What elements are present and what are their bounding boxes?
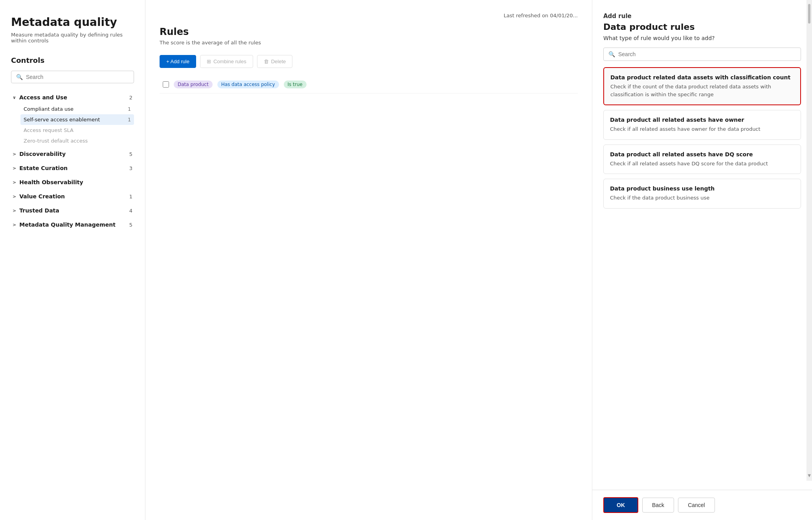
nav-section-access-and-use: ∨Access and Use2Compliant data use1Self-…: [11, 91, 134, 146]
page-title: Metadata quality: [11, 16, 134, 29]
right-panel-content: Add rule Data product rules What type of…: [592, 0, 812, 520]
nav-child-self-serve-access[interactable]: Self-serve access enablement1: [20, 114, 134, 125]
chevron-icon-discoverability: >: [13, 152, 16, 157]
nav-section-metadata-quality: >Metadata Quality Management5: [11, 218, 134, 231]
panel-search-input[interactable]: [618, 51, 796, 57]
nav-section-label-estate-curation: Estate Curation: [19, 165, 68, 171]
tag-has-policy: Has data access policy: [217, 81, 279, 88]
nav-section-label-discoverability: Discoverability: [19, 151, 66, 157]
nav-section-header-estate-curation[interactable]: >Estate Curation3: [11, 162, 134, 174]
scrollbar-track[interactable]: ▼: [806, 0, 812, 481]
nav-section-count-access-and-use: 2: [129, 95, 132, 101]
rule-card-desc-business-use-length: Check if the data product business use: [610, 194, 794, 202]
nav-section-header-discoverability[interactable]: >Discoverability5: [11, 148, 134, 160]
nav-section-count-estate-curation: 3: [129, 165, 132, 171]
table-row[interactable]: Data product Has data access policy Is t…: [160, 76, 578, 93]
chevron-icon-metadata-quality: >: [13, 222, 16, 227]
main-content: Last refreshed on 04/01/20... Rules The …: [145, 0, 592, 520]
page-subtitle: Measure metadata quality by defining rul…: [11, 32, 134, 44]
rules-table: Data product Has data access policy Is t…: [160, 76, 578, 93]
nav-child-label-zero-trust: Zero-trust default access: [24, 138, 88, 144]
nav-child-count-self-serve-access: 1: [128, 117, 131, 123]
rule-card-title-all-related-assets-dq: Data product all related assets have DQ …: [610, 151, 794, 157]
ok-button[interactable]: OK: [603, 497, 638, 513]
controls-search-box[interactable]: 🔍: [11, 71, 134, 83]
rule-card-all-related-assets-dq[interactable]: Data product all related assets have DQ …: [603, 145, 801, 174]
panel-footer: OK Back Cancel: [592, 490, 812, 520]
right-panel: Add rule Data product rules What type of…: [592, 0, 812, 520]
combine-icon: ⊞: [207, 59, 211, 64]
nav-section-count-metadata-quality: 5: [129, 222, 132, 228]
left-panel: Metadata quality Measure metadata qualit…: [0, 0, 145, 520]
rule-card-desc-all-related-assets-owner: Check if all related assets have owner f…: [610, 125, 794, 133]
nav-children-access-and-use: Compliant data use1Self-serve access ena…: [11, 104, 134, 146]
nav-section-header-access-and-use[interactable]: ∨Access and Use2: [11, 91, 134, 104]
rules-toolbar: + Add rule ⊞ Combine rules 🗑 Delete: [160, 55, 578, 68]
row-checkbox[interactable]: [163, 81, 169, 88]
nav-section-header-trusted-data[interactable]: >Trusted Data4: [11, 204, 134, 217]
nav-section-label-metadata-quality: Metadata Quality Management: [19, 222, 116, 228]
nav-section-discoverability: >Discoverability5: [11, 148, 134, 160]
panel-question: What type of rule would you like to add?: [603, 35, 801, 41]
nav-section-count-value-creation: 1: [129, 194, 132, 200]
nav-child-label-compliant-data-use: Compliant data use: [24, 106, 73, 112]
chevron-icon-value-creation: >: [13, 194, 16, 199]
nav-section-value-creation: >Value Creation1: [11, 190, 134, 203]
add-rule-button[interactable]: + Add rule: [160, 55, 196, 68]
rule-card-business-use-length[interactable]: Data product business use lengthCheck if…: [603, 179, 801, 209]
controls-search-input[interactable]: [26, 74, 129, 80]
nav-section-health-observability: >Health Observability: [11, 176, 134, 189]
rule-card-desc-classification-count: Check if the count of the data product r…: [610, 83, 794, 98]
nav-child-compliant-data-use[interactable]: Compliant data use1: [20, 104, 134, 114]
chevron-icon-health-observability: >: [13, 180, 16, 185]
nav-section-label-trusted-data: Trusted Data: [19, 207, 59, 214]
chevron-icon-trusted-data: >: [13, 208, 16, 213]
nav-sections: ∨Access and Use2Compliant data use1Self-…: [11, 91, 134, 233]
nav-section-label-access-and-use: Access and Use: [19, 94, 67, 101]
delete-button: 🗑 Delete: [257, 55, 293, 68]
tag-is-true: Is true: [284, 81, 307, 88]
rules-subtitle: The score is the average of all the rule…: [160, 40, 578, 46]
nav-section-estate-curation: >Estate Curation3: [11, 162, 134, 174]
rule-card-classification-count[interactable]: Data product related data assets with cl…: [603, 67, 801, 105]
controls-search-icon: 🔍: [16, 74, 23, 80]
nav-child-zero-trust: Zero-trust default access: [20, 135, 134, 146]
controls-heading: Controls: [11, 56, 134, 64]
back-button[interactable]: Back: [642, 498, 674, 513]
panel-search-box[interactable]: 🔍: [603, 48, 801, 61]
delete-icon: 🗑: [264, 59, 269, 64]
rule-card-all-related-assets-owner[interactable]: Data product all related assets have own…: [603, 110, 801, 140]
scrollbar-thumb[interactable]: [808, 4, 810, 24]
nav-section-count-trusted-data: 4: [129, 208, 132, 214]
panel-main-title: Data product rules: [603, 22, 801, 32]
nav-section-label-health-observability: Health Observability: [19, 179, 83, 185]
nav-section-header-value-creation[interactable]: >Value Creation1: [11, 190, 134, 203]
chevron-icon-estate-curation: >: [13, 166, 16, 171]
rule-card-title-business-use-length: Data product business use length: [610, 185, 794, 192]
cancel-button[interactable]: Cancel: [678, 498, 715, 513]
last-refreshed-label: Last refreshed on 04/01/20...: [160, 13, 578, 18]
nav-section-header-health-observability[interactable]: >Health Observability: [11, 176, 134, 189]
rule-card-title-classification-count: Data product related data assets with cl…: [610, 74, 794, 81]
tag-data-product: Data product: [174, 81, 213, 88]
rule-cards-list: Data product related data assets with cl…: [603, 67, 801, 209]
panel-label: Add rule: [603, 13, 801, 20]
panel-search-icon: 🔍: [608, 51, 615, 57]
combine-rules-button: ⊞ Combine rules: [200, 55, 253, 68]
nav-child-access-request-sla: Access request SLA: [20, 125, 134, 135]
rules-heading: Rules: [160, 26, 578, 37]
chevron-icon-access-and-use: ∨: [13, 95, 16, 100]
rule-card-title-all-related-assets-owner: Data product all related assets have own…: [610, 117, 794, 123]
nav-section-header-metadata-quality[interactable]: >Metadata Quality Management5: [11, 218, 134, 231]
nav-section-label-value-creation: Value Creation: [19, 193, 65, 200]
scroll-down-arrow[interactable]: ▼: [808, 473, 811, 478]
nav-child-label-self-serve-access: Self-serve access enablement: [24, 117, 100, 123]
nav-child-count-compliant-data-use: 1: [128, 106, 131, 112]
nav-section-count-discoverability: 5: [129, 151, 132, 157]
nav-section-trusted-data: >Trusted Data4: [11, 204, 134, 217]
nav-child-label-access-request-sla: Access request SLA: [24, 127, 73, 133]
rule-card-desc-all-related-assets-dq: Check if all related assets have DQ scor…: [610, 160, 794, 168]
